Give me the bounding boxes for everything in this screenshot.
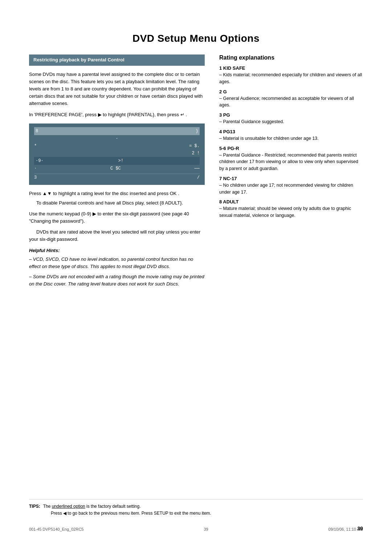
screen-row-7-left: 3 — [34, 174, 37, 181]
screen-row-4: 2 ! — [34, 150, 200, 157]
rating-adult: 8 ADULT – Mature material; should be vie… — [219, 199, 363, 219]
screen-row-6-left: · — [34, 165, 37, 172]
rating-label-5: 5-6 PG-R — [219, 146, 363, 151]
screen-row-7: 3 / — [34, 174, 200, 181]
rating-label-6: 7 NC-17 — [219, 176, 363, 181]
helpful-hints-title: Helpful Hints: — [29, 247, 205, 254]
rating-desc-5: – Parental Guidance - Restricted; recomm… — [219, 152, 363, 172]
helpful-hints: Helpful Hints: – VCD, SVCD, CD have no l… — [29, 247, 205, 288]
rating-desc-7: – Mature material; should be viewed only… — [219, 205, 363, 219]
screen-row-4-mid: 2 ! — [192, 150, 200, 157]
page-number: 39 — [357, 526, 363, 531]
rating-desc-6: – No children under age 17; not recommen… — [219, 182, 363, 196]
tips-label: TIPS: — [29, 503, 40, 510]
screen-row-6-right: —— — [195, 165, 200, 172]
rating-kid-safe: 1 KID SAFE – Kids material; recommended … — [219, 65, 363, 85]
rating-pg13: 4 PG13 – Material is unsuitable for chil… — [219, 129, 363, 142]
footer-left: 001-45 DVP5140_Eng_02RC5 — [29, 527, 83, 531]
page-title: DVD Setup Menu Options — [29, 33, 363, 44]
right-column: Rating explanations 1 KID SAFE – Kids ma… — [219, 54, 363, 288]
screen-row-6: · C $C —— — [34, 165, 200, 172]
rating-pg: 3 PG – Parental Guidance suggested. — [219, 112, 363, 125]
rating-desc-1: – Kids material; recommended especially … — [219, 72, 363, 85]
screen-row-7-right: / — [197, 174, 200, 181]
arrow-icon-right: ▶ — [98, 112, 103, 117]
screen-row-5-left: ·9· — [36, 158, 44, 164]
screen-row-3-left: * — [34, 143, 37, 149]
screen-row-1: 8 ) — [34, 127, 200, 135]
screen-mockup: 8 ) · * = $. 2 ! ·9· >! — [29, 123, 205, 185]
screen-row-2: · — [34, 135, 200, 142]
instruction-text-1a: In 'PREFERENCE PAGE', press — [29, 112, 97, 117]
arrow-icon-enter: ↵ — [180, 112, 186, 117]
tips-text-2: Press ◀ to go back to the previous menu … — [51, 511, 211, 516]
screen-row-1-right: ) — [196, 128, 198, 134]
tips-bar: TIPS: The underlined option is the facto… — [29, 499, 363, 517]
screen-row-2-center: · — [115, 135, 118, 142]
rating-desc-4: – Material is unsuitable for children un… — [219, 135, 363, 142]
screen-row-3: * = $. — [34, 142, 200, 150]
rating-label-1: 1 KID SAFE — [219, 65, 363, 71]
rating-title: Rating explanations — [219, 54, 363, 61]
screen-row-5: ·9· >! — [34, 157, 200, 165]
instruction-line-1: In 'PREFERENCE PAGE', press ▶ to highlig… — [29, 111, 205, 118]
content-area: Restricting playback by Parental Control… — [29, 54, 363, 288]
dvds-rated-text: DVDs that are rated above the level you … — [29, 228, 205, 243]
rating-label-3: 3 PG — [219, 112, 363, 118]
tips-line-2: Press ◀ to go back to the previous menu … — [29, 510, 363, 517]
footer-center: 39 — [204, 527, 208, 531]
rating-label-2: 2 G — [219, 89, 363, 94]
numeric-keypad-text: Use the numeric keypad (0-9) ▶ to enter … — [29, 210, 205, 225]
instruction-text-1b: to highlight {PARENTAL}, then press — [103, 112, 179, 117]
rating-desc-2: – General Audience; recommended as accep… — [219, 95, 363, 109]
arrow-icon-up-down: ▲▼ — [42, 191, 52, 196]
footer: 001-45 DVP5140_Eng_02RC5 39 09/10/06, 11… — [29, 527, 363, 531]
disable-parental-text: To disable Parental controls and have al… — [29, 199, 205, 207]
tips-text-1: The underlined option is the factory def… — [43, 503, 141, 510]
tips-suffix-1: is the factory default setting. — [85, 504, 141, 509]
body-text-1: Some DVDs may have a parental level assi… — [29, 71, 205, 108]
instruction-text-1c: . — [185, 112, 187, 117]
hint-1: – VCD, SVCD, CD have no level indication… — [29, 256, 205, 270]
hint-2: – Some DVDs are not encoded with a ratin… — [29, 273, 205, 288]
screen-row-6-mid: C $C — [110, 165, 121, 172]
screen-row-5-mid: >! — [118, 158, 123, 164]
press-instruction: Press ▲▼ to highlight a rating level for… — [29, 190, 205, 197]
rating-label-7: 8 ADULT — [219, 199, 363, 204]
arrow-icon-numeric: ▶ — [93, 211, 98, 216]
back-arrow-icon: ◀ — [63, 511, 66, 516]
rating-label-4: 4 PG13 — [219, 129, 363, 134]
rating-nc17: 7 NC-17 – No children under age 17; not … — [219, 176, 363, 196]
screen-row-1-left: 8 — [36, 128, 38, 134]
screen-row-3-mid: = $. — [189, 143, 200, 149]
tips-line-1: TIPS: The underlined option is the facto… — [29, 503, 363, 510]
rating-desc-3: – Parental Guidance suggested. — [219, 118, 363, 125]
left-column: Restricting playback by Parental Control… — [29, 54, 205, 288]
rating-g: 2 G – General Audience; recommended as a… — [219, 89, 363, 109]
section-header: Restricting playback by Parental Control — [29, 54, 205, 66]
rating-pgr: 5-6 PG-R – Parental Guidance - Restricte… — [219, 146, 363, 172]
underlined-option: underlined option — [52, 504, 85, 509]
